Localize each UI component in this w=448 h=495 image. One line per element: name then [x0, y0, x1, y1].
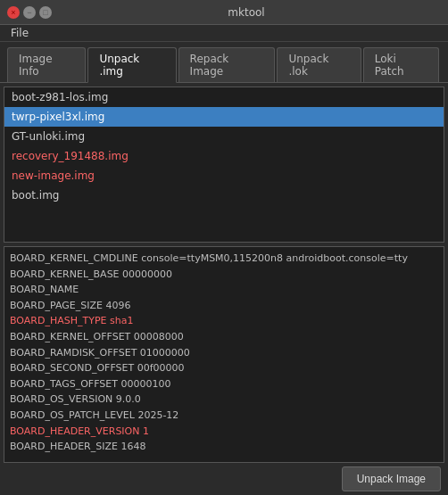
list-item[interactable]: twrp-pixel3xl.img: [4, 107, 444, 127]
info-line: BOARD_KERNEL_BASE 00000000: [10, 267, 438, 283]
info-line: BOARD_NAME: [10, 282, 438, 298]
list-item[interactable]: new-image.img: [4, 166, 444, 186]
unpack-image-button[interactable]: Unpack Image: [342, 466, 441, 491]
minimize-button[interactable]: −: [23, 6, 36, 19]
bottom-bar: Unpack Image: [0, 463, 448, 495]
info-line: BOARD_HASH_TYPE sha1: [10, 313, 438, 329]
content-area: boot-z981-los.imgtwrp-pixel3xl.imgGT-unl…: [0, 83, 448, 463]
main-window: × − □ mktool File Image InfoUnpack .imgR…: [0, 0, 448, 495]
menu-bar: File: [0, 25, 448, 42]
list-item[interactable]: boot-z981-los.img: [4, 87, 444, 107]
info-line: BOARD_KERNEL_OFFSET 00008000: [10, 329, 438, 345]
list-item[interactable]: GT-unloki.img: [4, 127, 444, 146]
info-panel: BOARD_KERNEL_CMDLINE console=ttyMSM0,115…: [4, 246, 444, 463]
tab-unpack-lok[interactable]: Unpack .lok: [277, 47, 361, 82]
tabs-bar: Image InfoUnpack .imgRepack ImageUnpack …: [0, 42, 448, 83]
maximize-button[interactable]: □: [39, 6, 52, 19]
info-line: BOARD_PAGE_SIZE 4096: [10, 298, 438, 314]
tab-image-info[interactable]: Image Info: [7, 47, 86, 82]
info-line: BOARD_KERNEL_CMDLINE console=ttyMSM0,115…: [10, 251, 438, 267]
window-controls: × − □: [7, 6, 52, 19]
tab-unpack-img[interactable]: Unpack .img: [87, 47, 176, 83]
info-line: BOARD_HEADER_VERSION 1: [10, 424, 438, 440]
info-line: BOARD_OS_VERSION 9.0.0: [10, 392, 438, 408]
info-line: BOARD_TAGS_OFFSET 00000100: [10, 376, 438, 392]
title-bar: × − □ mktool: [0, 0, 448, 25]
tab-loki-patch[interactable]: Loki Patch: [363, 47, 439, 82]
info-line: BOARD_HEADER_SIZE 1648: [10, 439, 438, 455]
close-button[interactable]: ×: [7, 6, 20, 19]
info-line: BOARD_SECOND_OFFSET 00f00000: [10, 360, 438, 376]
tab-repack-image[interactable]: Repack Image: [178, 47, 276, 82]
list-item[interactable]: boot.img: [4, 186, 444, 205]
file-menu[interactable]: File: [7, 25, 32, 41]
file-list[interactable]: boot-z981-los.imgtwrp-pixel3xl.imgGT-unl…: [4, 87, 444, 243]
list-item[interactable]: recovery_191488.img: [4, 146, 444, 166]
info-line: BOARD_OS_PATCH_LEVEL 2025-12: [10, 408, 438, 424]
window-title: mktool: [52, 6, 441, 19]
info-line: BOARD_RAMDISK_OFFSET 01000000: [10, 345, 438, 361]
